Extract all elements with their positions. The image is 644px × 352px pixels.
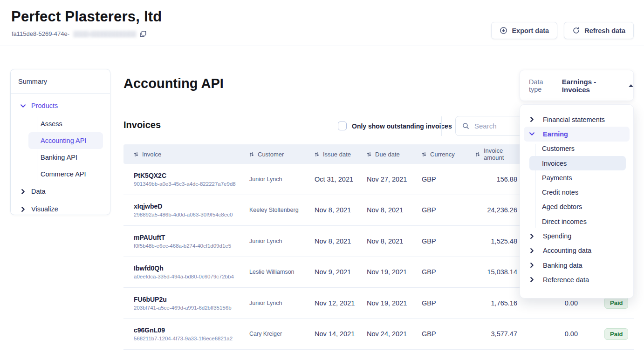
invoice-cell: mPAUuftT f0f5b48b-e6ec-468a-b274-40cf1d0…: [123, 234, 240, 249]
invoice-cell: xIqjwbeD 298892a5-486b-4d0d-a063-30f9f54…: [123, 203, 240, 217]
caret-up-icon: [629, 84, 633, 87]
invoice-amount-cell: 3,577.47: [466, 330, 517, 338]
issue-date-cell: Nov 12, 2021: [305, 299, 357, 307]
sidebar-item-data[interactable]: Data: [11, 183, 110, 200]
column-header-due-date[interactable]: Due date: [357, 151, 412, 158]
page: Perfect Plasterers, ltd fa115de8-5269-47…: [0, 0, 644, 352]
export-data-button[interactable]: Export data: [491, 22, 557, 39]
menu-item-earning[interactable]: Earning: [524, 127, 630, 141]
currency-cell: GBP: [412, 299, 466, 307]
menu-item-accounting-data[interactable]: Accounting data: [520, 244, 633, 258]
invoice-cell: PtK5QX2C 901349bb-a0e3-45c3-a4dc-822227a…: [123, 172, 240, 187]
table-row[interactable]: c96GnL09 568211b7-1204-4f73-9a33-1f6ece6…: [123, 319, 634, 350]
column-header-issue-date[interactable]: Issue date: [305, 151, 357, 158]
sort-icon: [249, 152, 254, 157]
issue-date-cell: Nov 8, 2021: [305, 206, 357, 214]
outstanding-filter[interactable]: Only show outstanding invoices: [338, 122, 452, 130]
column-header-invoice[interactable]: Invoice: [123, 151, 240, 158]
issue-date-cell: Nov 8, 2021: [305, 237, 357, 245]
menu-item-reference-data[interactable]: Reference data: [520, 272, 633, 287]
column-header-currency[interactable]: Currency: [412, 151, 466, 158]
sidebar-item-commerce-api[interactable]: Commerce API: [11, 166, 110, 183]
status-cell: Paid: [578, 328, 634, 340]
menu-item-credit-notes[interactable]: Credit notes: [520, 185, 633, 199]
customer-cell: Leslie Williamson: [240, 269, 305, 275]
refresh-icon: [572, 27, 580, 34]
chevron-right-icon: [529, 263, 534, 268]
sidebar-products-children: Assess Accounting API Banking API Commer…: [11, 115, 110, 183]
status-badge: Paid: [604, 297, 628, 309]
due-date-cell: Nov 8, 2021: [357, 206, 412, 214]
outstanding-amount-cell: 0.00: [517, 330, 578, 338]
sidebar-item-visualize[interactable]: Visualize: [11, 200, 110, 215]
currency-cell: GBP: [412, 237, 466, 245]
sidebar-item-summary[interactable]: Summary: [11, 69, 110, 93]
menu-item-customers[interactable]: Customers: [520, 142, 633, 156]
export-icon: [500, 27, 507, 34]
sort-icon: [367, 152, 371, 157]
chevron-right-icon: [529, 277, 534, 282]
header-divider: [0, 46, 644, 46]
issue-date-cell: Nov 14, 2021: [305, 330, 357, 338]
search-icon: [462, 122, 469, 129]
copy-icon[interactable]: [140, 31, 146, 37]
menu-item-financial-statements[interactable]: Financial statements: [520, 112, 633, 127]
menu-item-payments[interactable]: Payments: [520, 170, 633, 185]
customer-cell: Junior Lynch: [240, 238, 305, 244]
chevron-right-icon: [21, 207, 26, 212]
issue-date-cell: Oct 31, 2021: [305, 176, 357, 183]
invoice-amount-cell: 15,038.14: [466, 268, 517, 276]
menu-item-invoices[interactable]: Invoices: [529, 156, 626, 170]
chevron-right-icon: [21, 189, 26, 194]
sidebar-item-accounting-api[interactable]: Accounting API: [28, 132, 103, 149]
refresh-data-button[interactable]: Refresh data: [564, 22, 634, 39]
data-type-selected-value: Earnings - Invoices: [562, 78, 622, 94]
menu-item-direct-incomes[interactable]: Direct incomes: [520, 214, 633, 229]
status-cell: Paid: [578, 297, 634, 309]
customer-cell: Cary Kreiger: [240, 331, 305, 337]
issue-date-cell: Nov 9, 2021: [305, 268, 357, 276]
sidebar-divider: [11, 93, 110, 94]
currency-cell: GBP: [412, 206, 466, 214]
currency-cell: GBP: [412, 268, 466, 276]
customer-cell: Junior Lynch: [240, 176, 305, 183]
company-id: fa115de8-5269-474e- ▒▒▒▒-▒▒▒▒▒▒▒▒▒▒▒▒: [12, 30, 146, 37]
column-header-customer[interactable]: Customer: [240, 151, 305, 158]
chevron-right-icon: [529, 117, 534, 122]
sidebar-item-assess[interactable]: Assess: [11, 115, 110, 132]
status-badge: Paid: [604, 328, 628, 340]
toolbar-separator: [441, 116, 442, 136]
company-id-visible: fa115de8-5269-474e-: [12, 30, 69, 37]
data-type-label: Data type: [529, 78, 556, 93]
export-data-label: Export data: [512, 27, 549, 34]
sort-icon: [315, 152, 319, 157]
outstanding-checkbox[interactable]: [338, 122, 347, 130]
menu-item-spending[interactable]: Spending: [520, 229, 633, 243]
due-date-cell: Nov 27, 2021: [357, 176, 412, 183]
menu-item-aged-debtors[interactable]: Aged debtors: [520, 200, 633, 214]
data-type-dropdown-trigger[interactable]: Data type Earnings - Invoices: [520, 70, 634, 101]
company-id-redacted: ▒▒▒▒-▒▒▒▒▒▒▒▒▒▒▒▒: [73, 30, 136, 37]
due-date-cell: Nov 8, 2021: [357, 237, 412, 245]
currency-cell: GBP: [412, 330, 466, 338]
chevron-right-icon: [529, 234, 534, 239]
invoices-section-title: Invoices: [123, 120, 161, 130]
column-header-invoice-amount[interactable]: Invoice amount: [466, 147, 517, 161]
menu-item-banking-data[interactable]: Banking data: [520, 258, 633, 272]
invoice-amount-cell: 24,236.26: [466, 206, 517, 214]
chevron-right-icon: [529, 248, 534, 253]
sidebar-item-products[interactable]: Products: [11, 96, 110, 115]
sort-icon: [134, 152, 138, 157]
sort-icon: [422, 152, 426, 157]
customer-cell: Keeley Stoltenberg: [240, 207, 305, 213]
due-date-cell: Nov 19, 2021: [357, 299, 412, 307]
currency-cell: GBP: [412, 176, 466, 183]
outstanding-checkbox-label: Only show outstanding invoices: [352, 122, 452, 130]
customer-cell: Junior Lynch: [240, 300, 305, 306]
invoice-cell: Ibwfd0Qh a0eefdca-335d-494a-bd80-0c6079c…: [123, 264, 240, 279]
header-actions: Export data Refresh data: [491, 22, 634, 39]
data-type-dropdown-menu: Financial statementsEarningCustomersInvo…: [520, 104, 634, 298]
sidebar-item-banking-api[interactable]: Banking API: [11, 149, 110, 166]
chevron-down-icon: [21, 103, 26, 108]
outstanding-amount-cell: 0.00: [517, 299, 578, 307]
